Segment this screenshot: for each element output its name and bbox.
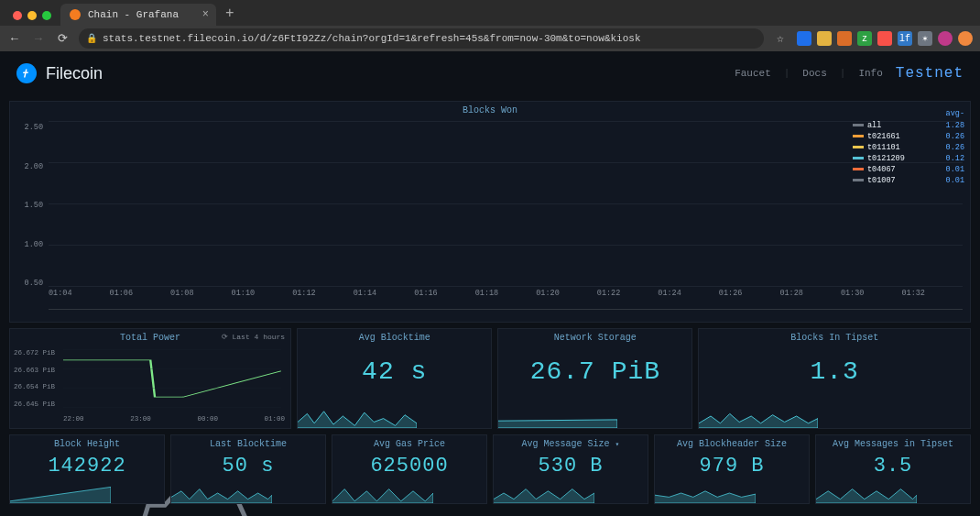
sparkline: [494, 483, 594, 503]
panel-network-storage[interactable]: Network Storage 26.7 PiB: [497, 328, 692, 429]
panel-last-blocktime[interactable]: Last Blocktime 50 s: [170, 434, 326, 504]
ext-icon[interactable]: z: [857, 31, 872, 46]
ext-icon[interactable]: [817, 31, 832, 46]
stat-value: 26.7 PiB: [498, 345, 691, 386]
close-tab-icon[interactable]: ×: [202, 8, 209, 21]
panel-title: Avg Blockheader Size: [655, 435, 809, 451]
maximize-window-icon[interactable]: [42, 11, 51, 20]
panel-avg-message-size[interactable]: Avg Message Size ▾ 530 B: [493, 434, 648, 504]
window-controls: [5, 11, 57, 26]
panel-block-height[interactable]: Block Height 142922: [9, 434, 165, 504]
y-axis: 26.672 PiB26.663 PiB26.654 PiB26.645 PiB: [14, 349, 55, 408]
panel-blocks-in-tipset[interactable]: Blocks In Tipset 1.3: [698, 328, 971, 429]
stat-value: 42 s: [298, 345, 491, 386]
panel-blocks-won[interactable]: Blocks Won 2.502.001.501.000.50 01:0401:…: [9, 101, 971, 323]
nav-faucet[interactable]: Faucet: [735, 68, 771, 79]
stat-value: 530 B: [494, 451, 648, 478]
chart-body: 2.502.001.501.000.50 01:0401:0601:0801:1…: [10, 117, 970, 310]
new-tab-button[interactable]: +: [220, 5, 240, 26]
stat-value: 625000: [332, 451, 486, 478]
panel-title: Last Blocktime: [171, 435, 325, 451]
tab-title: Chain - Grafana: [88, 9, 179, 20]
sparkline: [171, 483, 272, 503]
bars: [49, 121, 963, 287]
panel-avg-messages-in-tipset[interactable]: Avg Messages in Tipset 3.5: [815, 434, 971, 504]
y-axis: 2.502.001.501.000.50: [17, 121, 49, 310]
forward-icon[interactable]: →: [31, 32, 46, 46]
power-chart: 26.672 PiB26.663 PiB26.654 PiB26.645 PiB: [10, 349, 285, 408]
tab-row: Chain - Grafana × +: [0, 0, 980, 26]
stat-value: 3.5: [816, 451, 970, 478]
panel-avg-blocktime[interactable]: Avg Blocktime 42 s: [297, 328, 492, 429]
sparkline: [655, 483, 756, 503]
panel-title: Avg Message Size ▾: [494, 435, 648, 451]
ext-icon[interactable]: [877, 31, 892, 46]
extension-icons: z lf ✶: [797, 31, 973, 46]
dashboard: Blocks Won 2.502.001.501.000.50 01:0401:…: [0, 95, 980, 504]
browser-chrome: Chain - Grafana × + ← → ⟳ 🔒 stats.testne…: [0, 0, 980, 51]
ext-icon[interactable]: [837, 31, 852, 46]
nav-info[interactable]: Info: [858, 68, 882, 79]
profile-avatar-icon[interactable]: [938, 31, 953, 46]
grafana-favicon-icon: [70, 9, 81, 20]
address-row: ← → ⟳ 🔒 stats.testnet.filecoin.io/d/z6Ft…: [0, 26, 980, 51]
lock-icon: 🔒: [86, 33, 97, 44]
reload-icon[interactable]: ⟳: [55, 31, 70, 46]
panel-title: Blocks In Tipset: [699, 329, 970, 345]
app-header: Filecoin Faucet| Docs| Info Testnet: [0, 51, 980, 95]
panel-title: Blocks Won: [10, 102, 970, 117]
stat-value: 142922: [10, 451, 164, 478]
panel-total-power[interactable]: Total Power ⟳ Last 4 hours 26.672 PiB26.…: [9, 328, 291, 429]
ext-icon[interactable]: [958, 31, 973, 46]
sparkline: [699, 404, 818, 428]
row-2: Total Power ⟳ Last 4 hours 26.672 PiB26.…: [9, 328, 971, 429]
stat-value: 1.3: [699, 345, 970, 386]
sparkline: [498, 404, 617, 428]
close-window-icon[interactable]: [13, 11, 22, 20]
chevron-down-icon: ▾: [615, 440, 620, 448]
panel-avg-blockheader-size[interactable]: Avg Blockheader Size 979 B: [654, 434, 810, 504]
stat-value: 50 s: [171, 451, 325, 478]
browser-tab[interactable]: Chain - Grafana ×: [60, 4, 216, 26]
sparkline: [298, 404, 417, 428]
panel-avg-gas-price[interactable]: Avg Gas Price 625000: [332, 434, 487, 504]
nav-docs[interactable]: Docs: [802, 68, 826, 79]
plot-area: 01:0401:0601:0801:1001:1201:1401:1601:18…: [49, 121, 963, 310]
sparkline: [332, 483, 433, 503]
url-text: stats.testnet.filecoin.io/d/z6FtI92Zz/ch…: [103, 33, 641, 44]
brand: Filecoin: [16, 63, 103, 83]
sparkline: [816, 483, 917, 503]
env-label: Testnet: [896, 65, 964, 82]
address-bar[interactable]: 🔒 stats.testnet.filecoin.io/d/z6FtI92Zz/…: [79, 28, 764, 49]
x-axis: 22:0023:0000:0001:00: [63, 415, 285, 423]
panel-title: Avg Blocktime: [298, 329, 491, 345]
star-icon[interactable]: ☆: [773, 31, 788, 46]
ext-icon[interactable]: [797, 31, 811, 46]
ext-icon[interactable]: lf: [898, 31, 912, 46]
power-line: [63, 349, 281, 408]
back-icon[interactable]: ←: [7, 32, 22, 46]
ext-icon[interactable]: ✶: [918, 31, 932, 46]
sparkline: [10, 483, 111, 503]
panel-title: Avg Messages in Tipset: [816, 435, 970, 451]
panel-title: Network Storage: [498, 329, 691, 345]
brand-name: Filecoin: [46, 64, 103, 83]
legend: avg- all1.28t0216610.26t0111010.26t01212…: [853, 109, 964, 186]
header-nav: Faucet| Docs| Info Testnet: [735, 65, 964, 82]
stat-value: 979 B: [655, 451, 809, 478]
panel-title: Block Height: [10, 435, 164, 451]
time-range-label: ⟳ Last 4 hours: [222, 333, 285, 341]
minimize-window-icon[interactable]: [27, 11, 37, 20]
row-3: Block Height 142922 Last Blocktime 50 s …: [9, 434, 971, 504]
panel-title: Avg Gas Price: [332, 435, 486, 451]
filecoin-logo-icon: [16, 63, 37, 83]
x-axis: 01:0401:0601:0801:1001:1201:1401:1601:18…: [49, 289, 963, 309]
